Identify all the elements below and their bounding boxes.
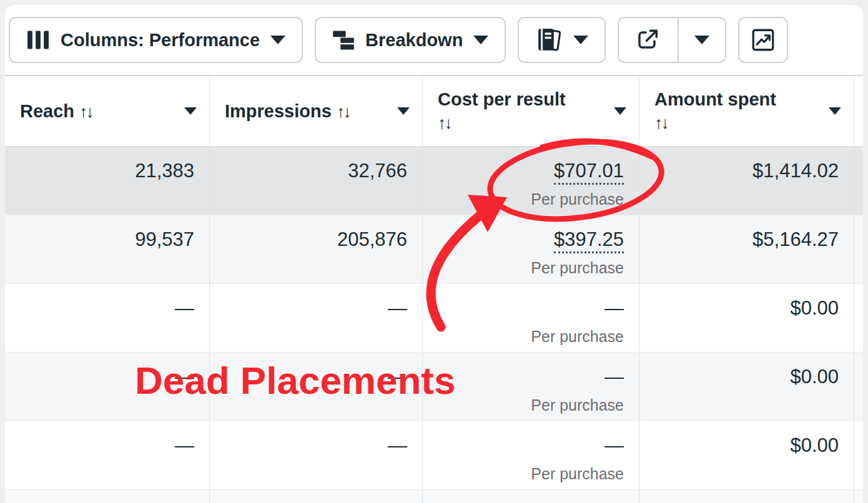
impressions-cell: — bbox=[210, 421, 423, 489]
reach-cell: 21,383 bbox=[5, 147, 210, 215]
reporting-panel: Columns: Performance Breakdown bbox=[5, 5, 863, 503]
breakdown-dropdown-label: Breakdown bbox=[365, 30, 463, 51]
chevron-down-icon bbox=[694, 36, 709, 44]
result-type-label: Per purchase bbox=[423, 328, 624, 346]
column-header-impressions[interactable]: Impressions ↑↓ bbox=[210, 76, 423, 146]
reports-icon bbox=[535, 26, 563, 54]
column-label: Cost per result↑↓ bbox=[438, 88, 566, 134]
breakdown-dropdown-button[interactable]: Breakdown bbox=[315, 17, 506, 63]
amount-spent-cell: $0.00 bbox=[639, 284, 854, 352]
chevron-down-icon[interactable] bbox=[184, 107, 197, 115]
amount-spent-cell: $0.00 bbox=[639, 421, 854, 489]
reports-dropdown-button[interactable] bbox=[518, 17, 606, 63]
result-type-label: Per purchase bbox=[423, 396, 624, 414]
column-header-partial bbox=[854, 76, 863, 146]
column-header-reach[interactable]: Reach ↑↓ bbox=[5, 76, 210, 146]
impressions-cell: — bbox=[210, 353, 423, 421]
table-row[interactable]: 99,537 205,876 $397.25 Per purchase $5,1… bbox=[5, 215, 863, 284]
toolbar: Columns: Performance Breakdown bbox=[5, 5, 863, 75]
column-header-amount-spent[interactable]: Amount spent↑↓ bbox=[639, 76, 854, 146]
sort-arrows-icon[interactable]: ↑↓ bbox=[337, 102, 350, 121]
table-header-row: Reach ↑↓ Impressions ↑↓ Cost per result↑… bbox=[5, 76, 863, 147]
cost-per-result-cell: $707.01 Per purchase bbox=[423, 147, 639, 215]
table-row[interactable]: 21,383 32,766 $707.01 Per purchase $1,41… bbox=[5, 147, 863, 215]
chevron-down-icon[interactable] bbox=[829, 107, 841, 115]
column-label: Impressions ↑↓ bbox=[225, 100, 350, 123]
chevron-down-icon[interactable] bbox=[614, 107, 626, 115]
reach-cell: 99,537 bbox=[5, 215, 210, 283]
impressions-cell: 32,766 bbox=[210, 147, 423, 215]
amount-spent-cell: $5,164.27 bbox=[639, 215, 854, 283]
column-label: Reach ↑↓ bbox=[20, 100, 92, 123]
result-type-label: Per purchase bbox=[423, 259, 624, 277]
export-options-button[interactable] bbox=[679, 18, 725, 62]
cost-value-tooltip-link[interactable]: $397.25 bbox=[554, 228, 624, 253]
metrics-table: Reach ↑↓ Impressions ↑↓ Cost per result↑… bbox=[5, 75, 863, 503]
impressions-cell: 205,876 bbox=[210, 215, 423, 283]
amount-spent-cell: $0.00 bbox=[639, 353, 854, 421]
sort-arrows-icon[interactable]: ↑↓ bbox=[79, 102, 92, 121]
cost-per-result-cell: $397.25 Per purchase bbox=[423, 215, 639, 283]
amount-spent-cell: $1,414.02 bbox=[639, 147, 854, 215]
cost-per-result-cell: — Per purchase bbox=[423, 284, 639, 352]
columns-dropdown-button[interactable]: Columns: Performance bbox=[9, 17, 303, 63]
result-type-label: Per purchase bbox=[423, 465, 624, 483]
cost-per-result-cell: — Per purchase bbox=[423, 353, 639, 421]
impressions-cell: — bbox=[210, 284, 423, 352]
table-row-partial bbox=[5, 490, 863, 503]
result-type-label: Per purchase bbox=[423, 190, 624, 208]
column-label: Amount spent↑↓ bbox=[654, 88, 776, 134]
export-split-button bbox=[618, 17, 726, 63]
cost-per-result-cell: — Per purchase bbox=[423, 421, 639, 489]
breakdown-icon bbox=[332, 29, 355, 51]
cost-value-tooltip-link[interactable]: $707.01 bbox=[554, 160, 624, 185]
columns-icon bbox=[26, 29, 50, 51]
table-row[interactable]: — — — Per purchase $0.00 bbox=[5, 353, 863, 421]
chevron-down-icon bbox=[270, 36, 285, 44]
chart-trend-icon bbox=[750, 27, 776, 53]
sort-arrows-icon[interactable]: ↑↓ bbox=[654, 113, 776, 134]
column-header-cost-per-result[interactable]: Cost per result↑↓ bbox=[423, 76, 639, 146]
chevron-down-icon bbox=[573, 36, 588, 44]
table-row[interactable]: — — — Per purchase $0.00 bbox=[5, 284, 863, 353]
sort-arrows-icon[interactable]: ↑↓ bbox=[438, 113, 566, 134]
charts-button[interactable] bbox=[738, 17, 788, 63]
export-icon bbox=[636, 27, 661, 52]
reach-cell: — bbox=[5, 421, 210, 489]
export-button[interactable] bbox=[619, 18, 678, 62]
reach-cell: — bbox=[5, 353, 210, 421]
chevron-down-icon bbox=[473, 36, 488, 44]
columns-dropdown-label: Columns: Performance bbox=[61, 30, 260, 51]
reach-cell: — bbox=[5, 284, 210, 352]
chevron-down-icon[interactable] bbox=[397, 107, 410, 115]
table-row[interactable]: — — — Per purchase $0.00 bbox=[5, 421, 863, 490]
